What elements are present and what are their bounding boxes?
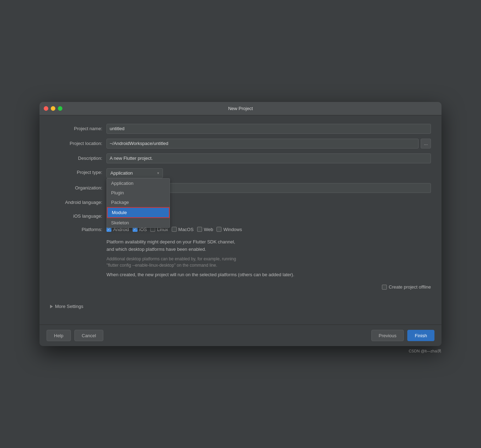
platforms-label: Platforms: — [50, 227, 106, 232]
project-location-field: ... — [106, 139, 431, 149]
android-language-label: Android language: — [50, 200, 106, 205]
platform-windows[interactable]: Windows — [217, 227, 242, 232]
project-type-dropdown[interactable]: Application — [106, 168, 163, 178]
web-checkbox[interactable] — [197, 227, 202, 232]
offline-option[interactable]: Create project offline — [382, 284, 431, 290]
finish-button[interactable]: Finish — [407, 330, 434, 341]
dropdown-item-application[interactable]: Application — [107, 178, 170, 188]
ios-language-label: iOS language: — [50, 213, 106, 219]
footer-left: Help Cancel — [47, 330, 103, 341]
more-settings[interactable]: More Settings — [50, 304, 431, 309]
windows-label: Windows — [223, 227, 242, 232]
when-created-text: When created, the new project will run o… — [50, 271, 431, 279]
platform-macos[interactable]: MacOS — [172, 227, 194, 232]
more-settings-icon — [50, 305, 53, 308]
browse-button[interactable]: ... — [421, 139, 431, 149]
window-title: New Project — [228, 106, 253, 111]
description-field — [106, 153, 431, 163]
project-name-input[interactable] — [106, 124, 431, 134]
description-label: Description: — [50, 156, 106, 161]
help-button[interactable]: Help — [47, 330, 71, 341]
dropdown-item-module[interactable]: Module — [107, 207, 170, 218]
watermark: CSDN @lt—zhai男 — [409, 349, 442, 354]
project-type-row: Project type: Application Application Pl… — [50, 168, 431, 178]
project-name-field — [106, 124, 431, 134]
description-row: Description: — [50, 153, 431, 163]
footer: Help Cancel Previous Finish — [39, 325, 442, 346]
dropdown-item-skeleton[interactable]: Skeleton — [107, 218, 170, 228]
new-project-window: New Project Project name: Project locati… — [39, 102, 442, 346]
macos-label: MacOS — [178, 227, 194, 232]
project-type-label: Project type: — [50, 168, 106, 175]
more-settings-label: More Settings — [55, 304, 83, 309]
web-label: Web — [204, 227, 213, 232]
project-location-label: Project location: — [50, 141, 106, 146]
offline-row: Create project offline — [50, 284, 431, 290]
close-button[interactable] — [44, 106, 48, 111]
dropdown-item-package[interactable]: Package — [107, 198, 170, 207]
windows-checkbox[interactable] — [217, 227, 221, 232]
platform-web[interactable]: Web — [197, 227, 213, 232]
platform-info-text: Platform availability might depend on yo… — [50, 238, 431, 253]
previous-button[interactable]: Previous — [371, 330, 404, 341]
project-type-dropdown-wrapper: Application Application Plugin Package M… — [106, 168, 163, 178]
cancel-button[interactable]: Cancel — [74, 330, 103, 341]
project-location-row: Project location: ... — [50, 139, 431, 149]
project-name-label: Project name: — [50, 126, 106, 131]
dropdown-item-plugin[interactable]: Plugin — [107, 188, 170, 198]
project-location-input[interactable] — [106, 139, 419, 149]
project-type-menu: Application Plugin Package Module Skelet… — [106, 178, 170, 228]
offline-checkbox[interactable] — [382, 285, 387, 290]
minimize-button[interactable] — [51, 106, 55, 111]
traffic-lights — [44, 106, 62, 111]
platform-sub-info-text: Additional desktop platforms can be enab… — [50, 256, 431, 268]
organization-label: Organization: — [50, 185, 106, 190]
description-input[interactable] — [106, 153, 431, 163]
maximize-button[interactable] — [58, 106, 62, 111]
macos-checkbox[interactable] — [172, 227, 177, 232]
form-content: Project name: Project location: ... Desc… — [39, 115, 442, 325]
project-name-row: Project name: — [50, 124, 431, 134]
offline-label: Create project offline — [389, 284, 431, 290]
titlebar: New Project — [39, 102, 442, 115]
footer-right: Previous Finish — [371, 330, 434, 341]
